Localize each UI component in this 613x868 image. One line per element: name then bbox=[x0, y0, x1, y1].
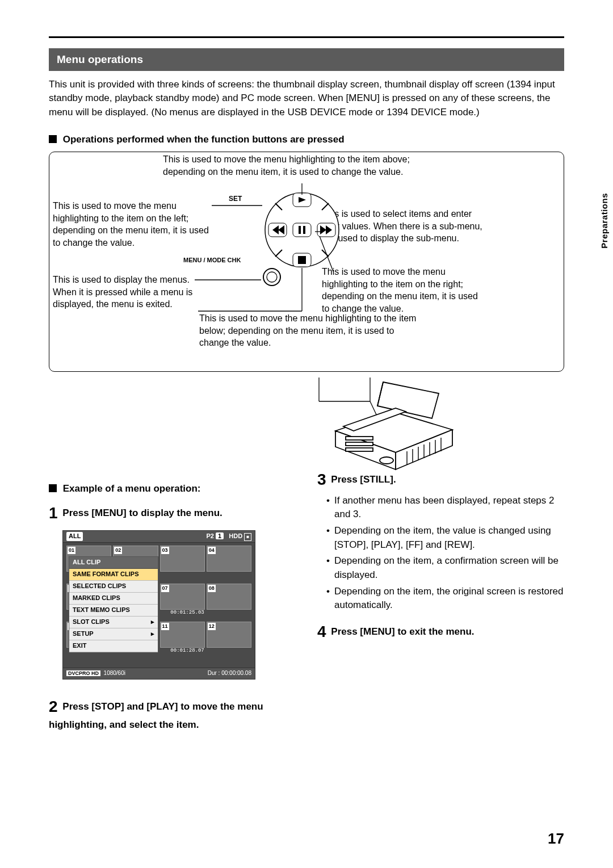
thumbnail: 04 bbox=[207, 546, 251, 572]
svg-rect-44 bbox=[346, 437, 373, 440]
thumbnail: 1100:01:28.07 bbox=[160, 622, 205, 648]
step1-title: Press [MENU] to display the menu. bbox=[62, 508, 222, 518]
menu-item: SELECTED CLIPS bbox=[69, 581, 158, 593]
menu-screenshot: ALL P2 1 HDD ■ 01020304 050600:01:18.220… bbox=[62, 530, 255, 679]
ss-top-slot: 1 bbox=[216, 532, 224, 539]
menu-item: SAME FORMAT CLIPS bbox=[69, 569, 158, 581]
page-number: 17 bbox=[548, 828, 564, 850]
menu-item: MARKED CLIPS bbox=[69, 593, 158, 605]
step-number-1: 1 bbox=[49, 502, 58, 525]
svg-line-24 bbox=[320, 236, 333, 271]
svg-rect-45 bbox=[346, 442, 373, 446]
leader-lines bbox=[49, 152, 564, 371]
intro-paragraph: This unit is provided with three kinds o… bbox=[49, 78, 564, 120]
menu-item: SETUP▸ bbox=[69, 628, 158, 640]
list-item: Depending on the item, the original scre… bbox=[334, 585, 564, 613]
list-item: Depending on the item, a confirmation sc… bbox=[334, 554, 564, 582]
ss-bot-mode: 1080/60i bbox=[104, 670, 125, 676]
svg-rect-46 bbox=[346, 448, 373, 451]
menu-popup-header: ALL CLIP bbox=[69, 557, 158, 569]
subheading-example: Example of a menu operation: bbox=[49, 482, 296, 496]
step2-title: Press [STOP] and [PLAY] to move the menu… bbox=[49, 701, 263, 731]
step3-bullets: If another menu has been displayed, repe… bbox=[317, 494, 564, 613]
ss-top-left: ALL bbox=[66, 532, 83, 541]
ss-bot-dur: Dur : 00:00:00.08 bbox=[208, 669, 251, 678]
thumbnail: 12 bbox=[207, 622, 251, 648]
list-item: Depending on the item, the value is chan… bbox=[334, 524, 564, 552]
svg-point-47 bbox=[380, 457, 393, 464]
operations-panel: This is used to move the menu highlighti… bbox=[49, 152, 564, 372]
ss-top-p2: P2 bbox=[206, 532, 213, 539]
side-tab: Preparations bbox=[598, 193, 611, 249]
subheading-operations: Operations performed when the function b… bbox=[49, 133, 564, 147]
menu-item: TEXT MEMO CLIPS bbox=[69, 605, 158, 617]
ss-bot-tag: DVCPRO HD bbox=[66, 670, 100, 676]
menu-item: EXIT bbox=[69, 640, 158, 652]
thumbnail: 0700:01:25.03 bbox=[160, 584, 205, 610]
step4-title: Press [MENU] to exit the menu. bbox=[331, 626, 474, 637]
thumbnail: 03 bbox=[160, 546, 205, 572]
top-rule bbox=[49, 36, 564, 38]
device-icon bbox=[332, 380, 456, 476]
menu-item: SLOT CLIPS▸ bbox=[69, 617, 158, 628]
ss-top-hdd: HDD bbox=[229, 532, 242, 539]
list-item: If another menu has been displayed, repe… bbox=[334, 494, 564, 522]
section-heading: Menu operations bbox=[49, 48, 564, 71]
step-number-4: 4 bbox=[317, 620, 326, 644]
step-number-2: 2 bbox=[49, 695, 58, 719]
thumbnail: 08 bbox=[207, 584, 251, 610]
menu-popup: ALL CLIP SAME FORMAT CLIPS SELECTED CLIP… bbox=[69, 556, 158, 653]
